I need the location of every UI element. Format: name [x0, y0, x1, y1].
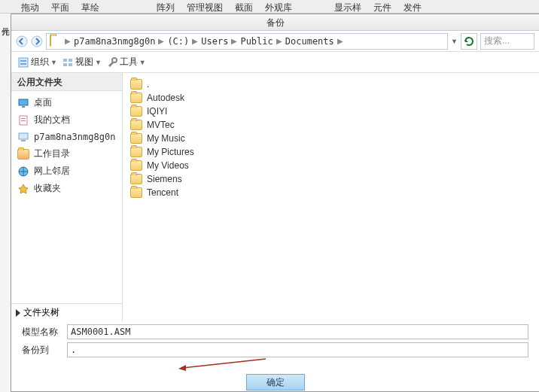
file-name: My Videos	[147, 160, 189, 171]
file-name: MVTec	[147, 120, 175, 130]
topbar-item[interactable]: 拖动	[15, 0, 45, 13]
topbar-item[interactable]: 显示样	[328, 0, 367, 13]
tools-menu[interactable]: 工具 ▼	[106, 56, 146, 68]
file-name: .	[147, 79, 149, 90]
organize-menu[interactable]: 组织 ▼	[17, 56, 57, 68]
backup-dialog: 备份 ▶ p7am8na3nmg8g0n ▶ (C:) ▶ Users ▶ Pu…	[11, 14, 539, 392]
list-item[interactable]: Siemens	[127, 172, 534, 186]
folder-icon	[130, 160, 142, 171]
sidebar-item-workdir[interactable]: 工作目录	[11, 145, 122, 163]
tools-label: 工具	[120, 56, 138, 68]
topbar-item[interactable]: 平面	[45, 0, 75, 13]
list-item[interactable]: .	[127, 77, 534, 91]
sidebar-item-label: 网上邻居	[34, 165, 70, 178]
ok-button[interactable]: 确定	[246, 374, 305, 390]
view-icon	[62, 56, 74, 68]
back-icon[interactable]	[16, 35, 28, 47]
svg-point-9	[112, 58, 117, 62]
sidebar-item-label: 工作目录	[34, 147, 70, 160]
svg-rect-15	[19, 133, 28, 139]
svg-point-0	[17, 36, 27, 47]
breadcrumb-item[interactable]: Public	[240, 36, 273, 47]
folder-icon	[130, 79, 142, 90]
list-item[interactable]: MVTec	[127, 118, 534, 132]
sidebar-item-label: p7am8na3nmg8g0n	[34, 132, 115, 142]
folder-icon	[130, 174, 142, 184]
sidebar-item-computer[interactable]: p7am8na3nmg8g0n	[11, 129, 122, 145]
breadcrumb[interactable]: ▶ p7am8na3nmg8g0n ▶ (C:) ▶ Users ▶ Publi…	[46, 33, 448, 50]
file-name: My Pictures	[147, 147, 194, 157]
form-area: 模型名称 备份到	[11, 321, 539, 360]
file-name: Tencent	[147, 187, 178, 198]
backup-to-input[interactable]	[67, 342, 528, 357]
button-row: 确定	[11, 360, 539, 392]
organize-icon	[17, 56, 29, 68]
topbar-item[interactable]: 阵列	[151, 0, 181, 13]
model-name-input[interactable]	[67, 324, 528, 339]
folder-icon	[130, 93, 142, 103]
sidebar-item-favorites[interactable]: 收藏夹	[11, 180, 122, 197]
refresh-button[interactable]	[461, 33, 477, 50]
file-name: IQIYI	[147, 106, 167, 117]
folder-icon	[130, 147, 142, 157]
svg-rect-5	[63, 59, 67, 62]
chevron-down-icon: ▼	[50, 59, 57, 66]
sidebar-item-desktop[interactable]: 桌面	[11, 94, 122, 111]
chevron-right-icon: ▶	[63, 37, 72, 45]
folder-tree-label: 文件夹树	[23, 306, 59, 319]
topbar-item[interactable]: 管理视图	[181, 0, 229, 13]
folder-icon	[130, 187, 142, 198]
svg-rect-7	[63, 63, 67, 66]
computer-icon	[17, 131, 29, 143]
chevron-right-icon: ▶	[275, 37, 284, 45]
list-item[interactable]: My Pictures	[127, 145, 534, 159]
nav-row: ▶ p7am8na3nmg8g0n ▶ (C:) ▶ Users ▶ Publi…	[11, 31, 539, 52]
app-topbar: 拖动 平面 草绘 阵列 管理视图 截面 外观库 显示样 元件 发件	[0, 0, 539, 14]
topbar-item[interactable]: 截面	[229, 0, 259, 13]
topbar-item[interactable]: 发件	[397, 0, 428, 13]
breadcrumb-item[interactable]: p7am8na3nmg8g0n	[74, 36, 155, 47]
svg-rect-11	[22, 106, 25, 108]
sidebar-item-network[interactable]: 网上邻居	[11, 163, 122, 180]
network-icon	[17, 166, 29, 178]
toolbar: 组织 ▼ 视图 ▼ 工具 ▼	[11, 52, 539, 73]
breadcrumb-item[interactable]: Documents	[285, 36, 334, 47]
list-item[interactable]: My Videos	[127, 159, 534, 172]
view-menu[interactable]: 视图 ▼	[62, 56, 102, 68]
chevron-down-icon: ▼	[95, 59, 102, 66]
svg-rect-6	[69, 59, 72, 62]
backup-to-label: 备份到	[11, 344, 67, 357]
breadcrumb-item[interactable]: (C:)	[167, 36, 189, 47]
list-item[interactable]: Autodesk	[127, 91, 534, 105]
svg-rect-8	[69, 63, 72, 66]
tools-icon	[106, 56, 118, 68]
file-name: Autodesk	[147, 93, 184, 103]
search-input[interactable]: 搜索...	[480, 33, 534, 50]
workdir-icon	[17, 149, 29, 160]
sidebar: 公用文件夹 桌面 我的文档 p7am8na3nmg8g0n 工作目录 网上邻居 …	[11, 73, 123, 321]
folder-icon	[130, 106, 142, 117]
breadcrumb-dropdown-icon[interactable]: ▼	[451, 38, 458, 45]
file-name: Siemens	[147, 174, 182, 184]
svg-rect-14	[21, 120, 26, 121]
folder-tree-toggle[interactable]: 文件夹树	[11, 303, 122, 321]
desktop-icon	[17, 97, 29, 109]
folder-icon	[130, 133, 142, 144]
topbar-item[interactable]: 元件	[367, 0, 397, 13]
breadcrumb-item[interactable]: Users	[201, 36, 228, 47]
svg-rect-16	[21, 140, 26, 141]
forward-icon[interactable]	[31, 35, 43, 47]
topbar-item[interactable]: 外观库	[259, 0, 298, 13]
view-label: 视图	[75, 56, 93, 68]
star-icon	[17, 183, 29, 195]
organize-label: 组织	[31, 56, 49, 68]
topbar-item[interactable]: 草绘	[75, 0, 105, 13]
list-item[interactable]: My Music	[127, 132, 534, 145]
svg-rect-4	[20, 63, 26, 65]
left-panel-label: 元件	[0, 18, 11, 24]
list-item[interactable]: Tencent	[127, 186, 534, 199]
file-list[interactable]: . Autodesk IQIYI MVTec My Music My Pictu…	[123, 73, 539, 321]
list-item[interactable]: IQIYI	[127, 105, 534, 118]
main-area: 公用文件夹 桌面 我的文档 p7am8na3nmg8g0n 工作目录 网上邻居 …	[11, 73, 539, 321]
sidebar-item-mydocs[interactable]: 我的文档	[11, 111, 122, 129]
